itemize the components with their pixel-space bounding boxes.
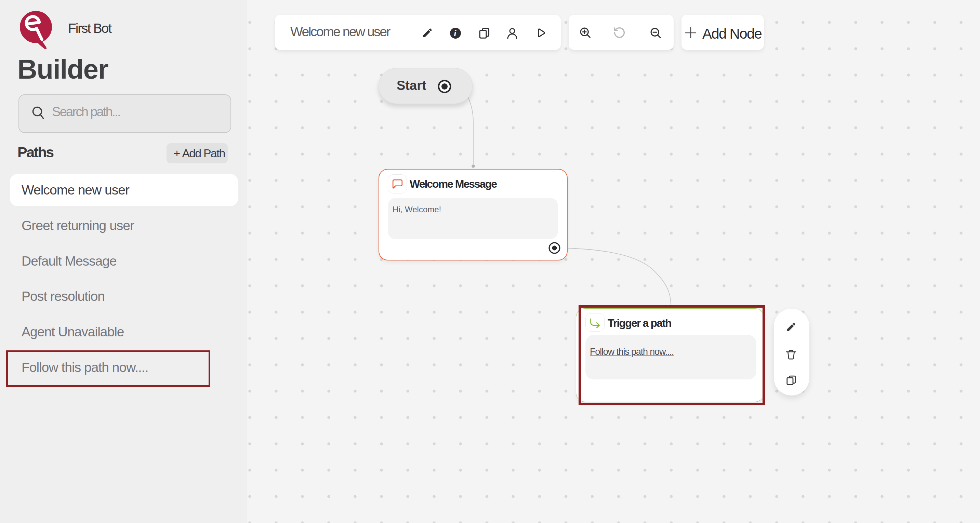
svg-text:i: i [454,28,457,38]
